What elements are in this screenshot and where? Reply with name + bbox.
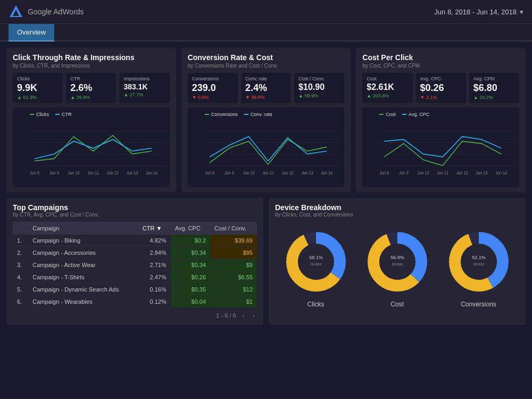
campaign-name: Campaign - T-Shirts: [28, 271, 138, 284]
svg-text:Mobile: Mobile: [392, 262, 403, 266]
avg-cpc-value: $0.26: [420, 82, 462, 94]
conversion-rate-subtitle: by Conversions Rate and Cost / Conv.: [188, 63, 345, 69]
conv-rate-change: 38.8%: [245, 95, 287, 100]
ctr-label: CTR: [70, 76, 112, 81]
device-breakdown-subtitle: by Clicks, Cost, and Conversions: [275, 212, 519, 218]
svg-text:Jun 9: Jun 9: [49, 170, 59, 176]
device-breakdown-card: Device Breakdown by Clicks, Cost, and Co…: [269, 198, 526, 325]
conversions-donut-item: 52.1% Mobile Conversions: [444, 227, 513, 308]
conversions-metric: Conversions 239.0 0.8%: [188, 73, 238, 103]
prev-page-button[interactable]: ‹: [240, 311, 247, 320]
ctr-impressions-subtitle: by Clicks, CTR, and Impressions: [13, 63, 170, 69]
cost-per-click-card: Cost Per Click by Cost, CPC, and CPM Cos…: [356, 48, 526, 193]
clicks-value: 9.9K: [17, 82, 59, 94]
cost-donut-chart: 56.9% Mobile: [363, 227, 432, 296]
clicks-donut-item: 58.1% Mobile Clicks: [281, 227, 351, 308]
svg-text:Jun 13: Jun 13: [301, 170, 313, 176]
logo-icon: [9, 4, 23, 19]
conversions-change: 0.8%: [192, 95, 234, 100]
avg-cpc-metric: Avg. CPC $0.26 2.1%: [416, 73, 466, 103]
table-row: 5. Campaign - Dynamic Search Ads 0.16% $…: [13, 284, 257, 296]
avg-cpm-change: 24.2%: [473, 95, 515, 100]
cost-conv-val: $39.69: [210, 235, 257, 247]
cost-per-click-subtitle: by Cost, CPC, and CPM: [362, 63, 519, 69]
impressions-metric: Impressions 383.1K 27.7%: [119, 73, 169, 103]
svg-text:Jun 14: Jun 14: [495, 170, 507, 176]
date-selector[interactable]: Jun 8, 2018 - Jun 14, 2018 ▾: [434, 8, 523, 16]
legend-avg-cpc: Avg. CPC: [402, 112, 429, 117]
legend-clicks: Clicks: [30, 112, 49, 117]
ctr-impressions-card: Click Through Rate & Impressions by Clic…: [6, 48, 176, 193]
logo-text: Google AdWords: [28, 7, 84, 16]
table-row: 4. Campaign - T-Shirts 2.47% $0.26 $6.55: [13, 271, 257, 284]
svg-text:Jun 11: Jun 11: [437, 170, 448, 176]
svg-text:Jun 8: Jun 8: [380, 170, 389, 176]
header: Google AdWords Jun 8, 2018 - Jun 14, 201…: [0, 0, 532, 24]
svg-text:Jun 10: Jun 10: [243, 170, 254, 176]
cpc-legend: Cost Avg. CPC: [379, 112, 516, 117]
tab-bar: Overview: [0, 24, 532, 41]
cost-value: $2.61K: [367, 82, 408, 92]
ctr-value: 2.6%: [70, 82, 112, 94]
ctr-chart: Clicks CTR 4.5K 3K 1.5K: [13, 107, 170, 187]
svg-text:Jun 12: Jun 12: [107, 170, 119, 176]
legend-ctr: CTR: [55, 112, 72, 117]
cards-row: Click Through Rate & Impressions by Clic…: [6, 48, 526, 193]
ctr-val: 4.82%: [138, 235, 171, 247]
cost-per-click-title: Cost Per Click: [362, 53, 519, 62]
overview-tab[interactable]: Overview: [9, 24, 54, 41]
table-row: 1. Campaign - Biking 4.82% $0.2 $39.69: [13, 235, 257, 247]
svg-text:Jun 13: Jun 13: [476, 170, 488, 176]
campaigns-table: Campaign CTR ▼ Avg. CPC Cost / Conv. 1. …: [13, 222, 257, 308]
impressions-change: 27.7%: [123, 92, 165, 97]
conv-rate-value: 2.4%: [245, 82, 287, 94]
col-ctr[interactable]: CTR ▼: [138, 222, 171, 235]
svg-text:Jun 14: Jun 14: [321, 170, 332, 176]
ctr-val: 2.71%: [138, 259, 171, 271]
next-page-button[interactable]: ›: [251, 311, 257, 320]
cost-conv-val: $95: [210, 247, 257, 259]
svg-text:Jun 14: Jun 14: [146, 170, 157, 176]
impressions-value: 383.1K: [123, 82, 165, 91]
cost-conv-change: 59.9%: [298, 93, 340, 98]
row-num: 2.: [13, 247, 28, 259]
main-content: Click Through Rate & Impressions by Clic…: [0, 41, 532, 331]
col-campaign[interactable]: Campaign: [28, 222, 138, 235]
device-breakdown-title: Device Breakdown: [275, 203, 519, 212]
svg-point-69: [300, 246, 332, 278]
avg-cpc-val: $0.2: [171, 235, 210, 247]
svg-text:Jun 8: Jun 8: [30, 170, 39, 176]
campaign-name: Campaign - Accessories: [28, 247, 138, 259]
row-num: 4.: [13, 271, 28, 284]
avg-cpc-change: 2.1%: [420, 95, 462, 100]
ctr-legend: Clicks CTR: [30, 112, 167, 117]
svg-text:Jun 11: Jun 11: [262, 170, 274, 176]
impressions-label: Impressions: [123, 76, 165, 81]
cost-donut-label: Cost: [390, 301, 404, 308]
pagination: 1 - 6 / 6 ‹ ›: [13, 311, 257, 320]
col-cost-conv[interactable]: Cost / Conv.: [210, 222, 257, 235]
svg-point-76: [381, 246, 413, 278]
avg-cpc-val: $0.34: [171, 247, 210, 259]
cpc-chart: Cost Avg. CPC 900 600 300 0 0.: [362, 107, 519, 187]
svg-text:Jun 10: Jun 10: [68, 170, 80, 176]
avg-cpc-val: $0.34: [171, 259, 210, 271]
top-campaigns-card: Top Campaigns by CTR, Avg. CPC, and Cost…: [6, 198, 263, 325]
conv-rate-metric: Conv. rate 2.4% 38.8%: [241, 73, 291, 103]
cost-conv-val: $6.55: [210, 271, 257, 284]
col-avg-cpc[interactable]: Avg. CPC: [171, 222, 210, 235]
conversion-rate-card: Conversion Rate & Cost by Conversions Ra…: [181, 48, 351, 193]
cost-label: Cost: [367, 76, 408, 81]
row-num: 3.: [13, 259, 28, 271]
svg-text:Jun 8: Jun 8: [205, 170, 214, 176]
conv-rate-label: Conv. rate: [245, 76, 287, 81]
clicks-label: Clicks: [17, 76, 59, 81]
conversion-legend: Conversions Conv. rate: [205, 112, 342, 117]
avg-cpm-label: Avg. CPM: [473, 76, 515, 81]
table-row: 3. Campaign - Active Wear 2.71% $0.34 $9: [13, 259, 257, 271]
ctr-val: 2.47%: [138, 271, 171, 284]
ctr-val: 0.12%: [138, 296, 171, 308]
svg-text:Jun 13: Jun 13: [126, 170, 138, 176]
cpc-chart-svg: 900 600 300 0 0.45 0.30 0.15 0 Cost Avg.…: [379, 119, 516, 183]
chevron-down-icon: ▾: [520, 8, 523, 16]
